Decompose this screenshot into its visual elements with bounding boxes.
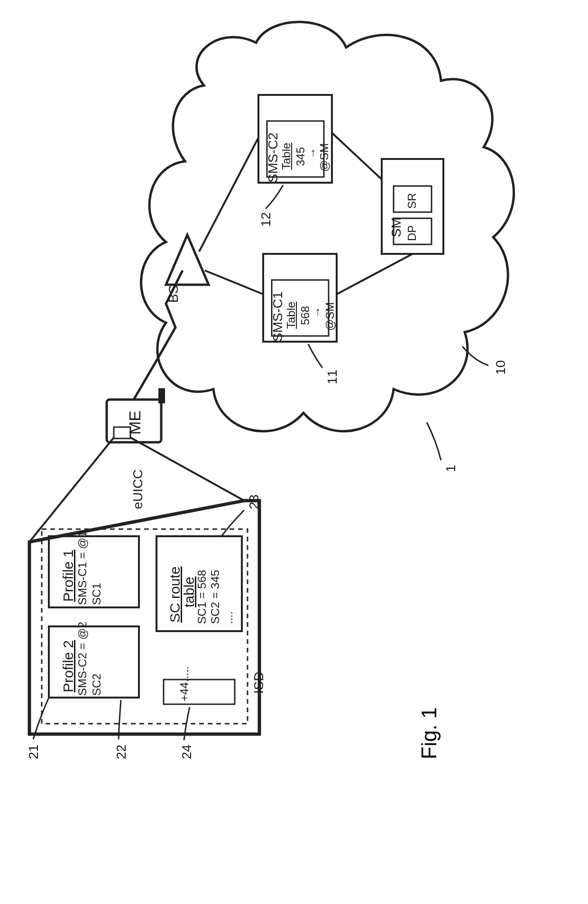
profile1-l2: SC1 <box>90 583 103 605</box>
leader-1 <box>427 422 441 460</box>
sm-sr: SR <box>405 193 419 209</box>
profile1-l1: SMS-C1 = @1 <box>76 531 89 605</box>
smsc2-r2: → <box>306 148 319 159</box>
leader-11 <box>308 344 322 368</box>
isd-label: ISD <box>251 671 266 694</box>
bs-label: BS <box>166 285 181 303</box>
profile2-header: Profile 2 <box>60 640 76 692</box>
scroute-l2: SC2 = 345 <box>209 570 222 624</box>
me-euicc-line2 <box>130 438 244 501</box>
scroute-h2: table <box>181 577 197 607</box>
smsc1-title: SMS-C1 <box>270 291 285 342</box>
smsc1-r1: 568 <box>299 306 312 325</box>
link-smsc1-sm <box>337 254 413 294</box>
ref-12: 12 <box>258 212 274 227</box>
smsc1-r3: @SM <box>323 302 337 331</box>
me-antenna <box>158 388 165 403</box>
euicc-title: eUICC <box>130 469 146 509</box>
bs-antenna <box>166 235 209 285</box>
smsc1-r2: → <box>311 307 324 318</box>
scroute-l1: SC1 = 568 <box>195 570 209 624</box>
leader-12 <box>266 185 283 209</box>
ref-23: 23 <box>247 494 262 509</box>
link-bs-smsc2 <box>199 138 258 252</box>
diagram-svg <box>0 0 588 904</box>
sm-title: SM <box>389 217 404 237</box>
link-smsc2-sm <box>332 133 382 179</box>
profile2-l2: SC2 <box>90 673 103 696</box>
profile1-header: Profile 1 <box>60 550 76 602</box>
footer-text: +44..... <box>178 666 191 701</box>
scroute-l3: .... <box>222 611 235 624</box>
me-euicc-line1 <box>29 438 114 542</box>
smsc2-title: SMS-C2 <box>266 132 281 183</box>
smsc2-r1: 345 <box>294 147 307 166</box>
smsc1-th: Table <box>285 302 298 329</box>
scroute-h1: SC route <box>167 567 183 623</box>
ref-22: 22 <box>114 745 129 759</box>
ref-24: 24 <box>179 745 194 759</box>
ref-21: 21 <box>26 745 41 759</box>
figure-label: Fig. 1 <box>417 707 441 759</box>
link-bs-smsc1 <box>205 270 263 294</box>
diagram-canvas: Fig. 1 10 1 BS SMS-C2 Table 345 → @SM 12… <box>0 0 588 904</box>
me-label: ME <box>126 410 144 435</box>
profile2-l1: SMS-C2 = @2 <box>76 622 89 696</box>
smsc2-th: Table <box>280 143 293 170</box>
ref-10: 10 <box>493 360 508 375</box>
ref-1: 1 <box>443 465 459 472</box>
sm-dp: DP <box>405 225 419 241</box>
ref-11: 11 <box>325 370 340 384</box>
smsc2-r3: @SM <box>318 143 331 172</box>
